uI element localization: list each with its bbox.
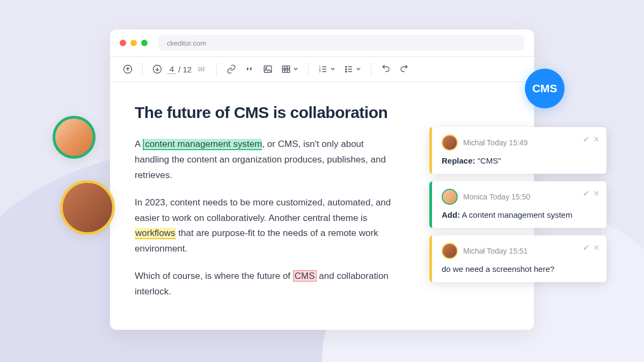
- suggestion-highlight-yellow[interactable]: workflows: [135, 228, 176, 239]
- comment-body: Replace: "CMS": [442, 155, 598, 166]
- accept-icon[interactable]: ✔: [583, 189, 590, 198]
- current-page[interactable]: 4: [167, 64, 176, 74]
- window-maximize-icon[interactable]: [141, 40, 148, 46]
- collaborator-avatar-michal[interactable]: [60, 180, 115, 235]
- undo-icon[interactable]: [378, 61, 394, 77]
- numbered-list-icon[interactable]: 123: [315, 61, 339, 77]
- comment-avatar-icon: [442, 243, 458, 259]
- editor-toolbar: 4 / 12 123: [110, 56, 534, 82]
- url-bar[interactable]: ckeditor.com: [158, 35, 524, 51]
- document-title: The future of CMS is collaboration: [135, 104, 509, 122]
- svg-point-9: [346, 69, 347, 70]
- page-indicator: 4 / 12: [167, 64, 192, 74]
- cms-badge: CMS: [525, 69, 565, 108]
- url-text: ckeditor.com: [167, 39, 206, 47]
- comment-card[interactable]: Monica Today 15:50 ✔ ✕ Add: A content ma…: [429, 181, 606, 228]
- svg-point-8: [346, 66, 347, 67]
- svg-point-10: [346, 71, 347, 72]
- accept-icon[interactable]: ✔: [583, 243, 590, 253]
- svg-rect-4: [282, 66, 290, 72]
- reject-icon[interactable]: ✕: [593, 243, 600, 253]
- collaborator-avatar-monica[interactable]: [53, 116, 96, 159]
- link-icon[interactable]: [223, 61, 239, 77]
- window-close-icon[interactable]: [120, 40, 126, 46]
- comment-card[interactable]: Michał Today 15:49 ✔ ✕ Replace: "CMS": [429, 127, 606, 174]
- comment-avatar-icon: [442, 189, 458, 205]
- suggestion-highlight-pink[interactable]: CMS: [293, 270, 317, 282]
- redo-icon[interactable]: [396, 61, 412, 77]
- download-icon[interactable]: [149, 61, 165, 77]
- bullet-list-icon[interactable]: [341, 61, 364, 77]
- svg-point-3: [266, 68, 267, 69]
- paragraph-3: Which of course, is where the future of …: [135, 269, 392, 300]
- comment-body: do we need a screenshot here?: [442, 263, 598, 275]
- reject-icon[interactable]: ✕: [593, 189, 600, 198]
- image-icon[interactable]: [260, 61, 276, 77]
- suggestion-highlight-green[interactable]: content management system: [143, 139, 262, 150]
- window-minimize-icon[interactable]: [130, 40, 137, 46]
- svg-rect-2: [264, 66, 272, 72]
- reject-icon[interactable]: ✕: [593, 135, 600, 144]
- svg-text:3: 3: [319, 70, 321, 73]
- total-pages: 12: [183, 65, 192, 74]
- accept-icon[interactable]: ✔: [583, 135, 590, 144]
- comments-panel: Michał Today 15:49 ✔ ✕ Replace: "CMS" Mo…: [429, 127, 606, 282]
- comment-avatar-icon: [442, 135, 458, 151]
- browser-chrome: ckeditor.com: [110, 29, 534, 56]
- quote-icon[interactable]: [241, 61, 258, 77]
- page-break-icon[interactable]: [194, 61, 210, 77]
- paragraph-2: In 2023, content needs to be more custom…: [135, 195, 392, 257]
- table-icon[interactable]: [278, 61, 302, 77]
- comment-body: Add: A content management system: [442, 209, 598, 220]
- upload-icon[interactable]: [120, 61, 136, 77]
- paragraph-1: A content management system, or CMS, isn…: [135, 137, 392, 183]
- comment-card[interactable]: Michał Today 15:51 ✔ ✕ do we need a scre…: [429, 235, 606, 282]
